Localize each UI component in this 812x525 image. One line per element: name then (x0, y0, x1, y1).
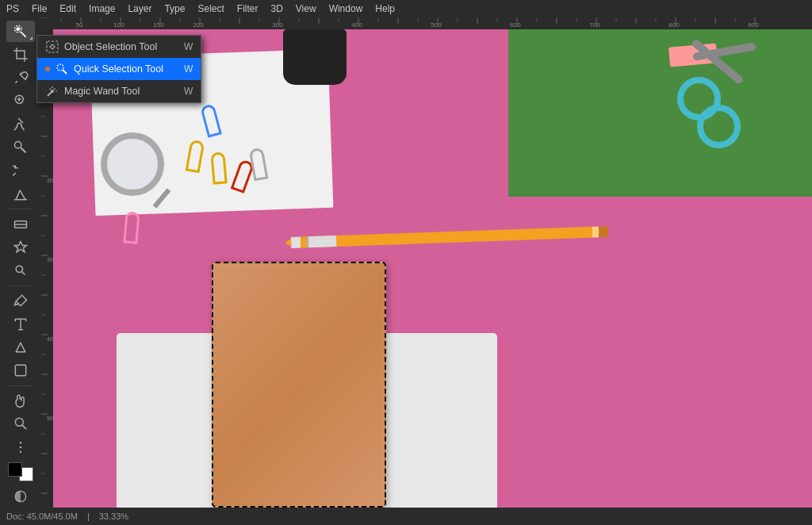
menu-window[interactable]: Window (329, 3, 363, 14)
gradient-tool-btn[interactable] (6, 213, 35, 235)
shape-tool-btn[interactable] (6, 359, 35, 381)
quick-mask-btn[interactable] (6, 486, 35, 508)
svg-point-7 (51, 90, 54, 93)
svg-text:500: 500 (47, 416, 53, 421)
type-tool-btn[interactable] (6, 313, 35, 335)
menu-edit[interactable]: Edit (59, 3, 76, 14)
menu-view[interactable]: View (296, 3, 316, 14)
menu-layer[interactable]: Layer (128, 3, 151, 14)
svg-line-5 (63, 70, 67, 74)
blur-tool-btn[interactable] (6, 236, 35, 258)
svg-text:100: 100 (113, 21, 124, 29)
paperclip-yellow-2 (210, 151, 227, 184)
svg-line-19 (22, 426, 26, 430)
history-brush-tool-btn[interactable] (6, 160, 35, 182)
brush-tool-btn[interactable] (6, 113, 35, 135)
svg-text:50: 50 (76, 21, 83, 29)
svg-text:150: 150 (153, 21, 164, 29)
svg-text:800: 800 (668, 21, 680, 29)
color-swatches[interactable] (6, 461, 35, 482)
svg-rect-17 (15, 365, 25, 375)
svg-point-21 (20, 446, 22, 449)
svg-point-20 (20, 442, 22, 444)
object-selection-label: Object Selection Tool (64, 41, 157, 52)
spot-healing-tool-btn[interactable] (6, 90, 35, 112)
more-tools-btn[interactable] (6, 436, 35, 458)
svg-text:200: 200 (193, 21, 204, 29)
magic-wand-icon (45, 84, 59, 98)
menu-bar: PS File Edit Image Layer Type Select Fil… (0, 0, 812, 17)
svg-point-22 (20, 450, 22, 453)
separator-1 (9, 209, 33, 209)
pencil (291, 226, 608, 248)
svg-text:500: 500 (431, 21, 442, 29)
svg-text:900: 900 (748, 21, 759, 29)
status-separator: | (87, 512, 90, 521)
svg-point-4 (57, 64, 63, 71)
context-menu-item-quick-selection[interactable]: Quick Selection Tool W (37, 58, 201, 80)
status-bar: Doc: 45.0M/45.0M | 33.33% (0, 508, 812, 525)
menu-select[interactable]: Select (197, 3, 224, 14)
foreground-color-swatch (8, 462, 22, 477)
svg-line-1 (21, 32, 26, 37)
object-selection-shortcut: W (168, 41, 193, 52)
app-container: PS File Edit Image Layer Type Select Fil… (0, 0, 812, 525)
separator-2 (9, 285, 33, 286)
crop-tool-btn[interactable] (6, 44, 35, 65)
stapler (283, 29, 347, 85)
paperclip-pink (123, 211, 140, 243)
context-menu-item-magic-wand[interactable]: Magic Wand Tool W (37, 80, 201, 102)
svg-line-10 (54, 89, 56, 90)
path-selection-tool-btn[interactable] (6, 336, 35, 358)
eraser-tool-btn[interactable] (6, 183, 35, 205)
scissors-handle-2 (697, 105, 741, 148)
svg-point-2 (17, 28, 19, 30)
menu-ps[interactable]: PS (6, 3, 19, 14)
context-menu: Object Selection Tool W Quick Selection … (36, 35, 201, 103)
quick-selection-shortcut: W (168, 63, 193, 75)
notebook-kraft (212, 262, 386, 508)
menu-file[interactable]: File (32, 3, 47, 14)
status-doc-size: Doc: 45.0M/45.0M (6, 512, 78, 521)
svg-text:400: 400 (47, 336, 53, 342)
menu-3d[interactable]: 3D (270, 3, 282, 14)
svg-text:400: 400 (351, 21, 362, 29)
clone-stamp-tool-btn[interactable] (6, 136, 35, 158)
pen-tool-btn[interactable] (6, 290, 35, 312)
svg-point-13 (15, 142, 21, 148)
scissors (677, 37, 772, 148)
horizontal-ruler: 50 100 150 200 300 400 500 600 700 800 9… (41, 17, 812, 29)
menu-help[interactable]: Help (375, 3, 395, 14)
menu-image[interactable]: Image (89, 3, 115, 14)
context-menu-item-object-selection[interactable]: Object Selection Tool W (37, 36, 201, 58)
magic-wand-label: Magic Wand Tool (64, 86, 140, 97)
hand-tool-btn[interactable] (6, 390, 35, 412)
svg-text:300: 300 (272, 21, 283, 29)
svg-text:300: 300 (47, 257, 53, 262)
quick-selection-tool-btn[interactable] (6, 21, 35, 42)
svg-line-11 (50, 89, 52, 90)
eyedropper-tool-btn[interactable] (6, 67, 35, 89)
svg-text:600: 600 (510, 21, 521, 29)
svg-rect-3 (47, 41, 58, 52)
dodge-tool-btn[interactable] (6, 260, 35, 282)
active-indicator (45, 67, 50, 71)
main-area: Object Selection Tool W Quick Selection … (0, 17, 812, 508)
zoom-tool-btn[interactable] (6, 413, 35, 435)
quick-selection-icon (55, 62, 69, 76)
separator-3 (9, 385, 33, 386)
menu-filter[interactable]: Filter (237, 3, 259, 14)
svg-text:700: 700 (589, 21, 600, 29)
toolbar: Object Selection Tool W Quick Selection … (0, 17, 41, 508)
object-selection-icon (45, 40, 59, 54)
magic-wand-shortcut: W (168, 86, 193, 97)
svg-text:200: 200 (47, 178, 53, 183)
magnifier (101, 132, 164, 196)
menu-type[interactable]: Type (164, 3, 185, 14)
status-zoom: 33.33% (99, 512, 128, 521)
quick-selection-label: Quick Selection Tool (74, 63, 163, 75)
